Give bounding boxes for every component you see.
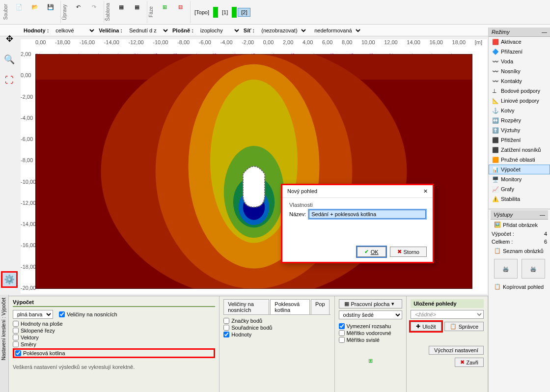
- new-view-dialog: Nový pohled ✕ Vlastnosti Název: ✔OK ✖Sto…: [281, 184, 434, 263]
- opt-label: Síť :: [244, 28, 254, 33]
- tab-0[interactable]: Veličiny na nosnících: [223, 299, 269, 314]
- phase-mark-icon: [213, 7, 218, 18]
- add-image-button[interactable]: 🖼️ Přidat obrázek: [491, 220, 548, 230]
- options-bar: Hodnoty : celkové Veličina : Sednutí d z…: [0, 25, 550, 36]
- mode-bodové podpory[interactable]: ⊥Bodové podpory: [489, 86, 550, 96]
- mesh-select[interactable]: (nezobrazovat): [257, 27, 307, 34]
- mode-grafy[interactable]: 📈Grafy: [489, 184, 550, 194]
- dialog-section-label: Vlastnosti: [289, 202, 426, 208]
- mode-stabilita[interactable]: ⚠️Stabilita: [489, 194, 550, 204]
- mode-přitížení[interactable]: ⬛Přitížení: [489, 135, 550, 145]
- status-note: Veškerá nastavení výsledků se vykreslují…: [13, 364, 215, 370]
- mode-zatížení nosníků[interactable]: ⬛Zatížení nosníků: [489, 145, 550, 155]
- values-select[interactable]: celkové: [52, 27, 96, 34]
- tabs-panel: Veličiny na nosnícíchPoklesová kotlinaPo…: [220, 296, 334, 392]
- fill-select[interactable]: plná barva: [13, 310, 53, 319]
- open-file-button[interactable]: 📂: [28, 2, 42, 22]
- modes-header: Režimy—: [489, 28, 550, 37]
- defaults-button[interactable]: Výchozí nastavení: [429, 346, 484, 355]
- template1-button[interactable]: ▦: [114, 2, 129, 22]
- side-tab[interactable]: Nastavení kreslení : Výpočet: [0, 295, 9, 392]
- move-tool[interactable]: ✥: [1, 30, 18, 47]
- mode-kontakty[interactable]: 〰️Kontakty: [489, 76, 550, 86]
- opt-label: Hodnoty :: [24, 28, 49, 33]
- add-phase-button[interactable]: ⊞: [157, 2, 172, 22]
- mode-nosníky[interactable]: 〰️Nosníky: [489, 66, 550, 76]
- settings-gear-button[interactable]: ⚙️: [1, 271, 18, 288]
- cancel-button[interactable]: ✖Storno: [390, 247, 427, 257]
- close-button[interactable]: ✖ Zavři: [455, 358, 484, 367]
- fit-tool[interactable]: ⛶: [1, 72, 18, 88]
- print-button[interactable]: 🖨️: [494, 259, 518, 279]
- surface-select[interactable]: izoplochy: [196, 27, 241, 34]
- zoom-tool[interactable]: 🔍: [1, 51, 18, 68]
- opt-label: Plošně :: [172, 28, 193, 33]
- mode-výpočet[interactable]: 📊Výpočet: [489, 165, 550, 174]
- group-label: Šablona: [104, 3, 111, 21]
- chk-1[interactable]: Sklopené řezy: [13, 328, 215, 334]
- group-label: Fáze: [147, 6, 155, 17]
- chk-2[interactable]: Vektory: [13, 335, 215, 340]
- chk-nosniky[interactable]: Veličiny na nosnících: [59, 311, 117, 317]
- phase-1[interactable]: [1]: [219, 8, 231, 16]
- main-toolbar: Soubor 📄 📂 💾 Úpravy ↶ ↷ Šablona ▦ ▦ Fáze…: [0, 0, 550, 25]
- ok-button[interactable]: ✔OK: [357, 247, 386, 257]
- mode-aktivace[interactable]: 🟥Aktivace: [489, 37, 550, 47]
- remove-phase-button[interactable]: ⊟: [173, 2, 188, 22]
- mode-rozpěry[interactable]: ↔️Rozpěry: [489, 115, 550, 125]
- name-label: Název:: [289, 211, 306, 217]
- dialog-title: Nový pohled: [287, 188, 317, 195]
- saved-views-header: Uložené pohledy: [411, 299, 484, 308]
- phase-mark-icon: [232, 7, 237, 18]
- redo-button[interactable]: ↷: [86, 2, 101, 22]
- view-name-input[interactable]: [309, 210, 426, 219]
- opt-label: Veličina :: [99, 28, 122, 33]
- plus-icon[interactable]: ⊞: [339, 358, 403, 364]
- horizontal-ruler: 0,00-18,00-16,00-14,00-12,00-10,00-8,00-…: [30, 39, 487, 48]
- left-tools: ✥ 🔍 ⛶: [1, 28, 20, 88]
- save-view-button[interactable]: ✚ Uložit: [411, 322, 441, 331]
- print-all-button[interactable]: 🖨️: [522, 259, 545, 279]
- workspace-panel: ▦ Pracovní plocha ▾ odstíny šedé Vymezen…: [335, 296, 407, 392]
- deform-select[interactable]: nedeformovaná: [310, 27, 362, 34]
- modes-panel: Režimy— 🟥Aktivace🔷Přiřazení〰️Voda〰️Nosní…: [488, 28, 550, 392]
- chk-4[interactable]: Poklesová kotlina: [13, 348, 215, 358]
- shade-select[interactable]: odstíny šedé: [339, 310, 403, 319]
- mode-liniové podpory[interactable]: 📐Liniové podpory: [489, 96, 550, 106]
- vertical-ruler: 2,000,00-2,00-4,00-6,00-8,00-10,00-12,00…: [21, 48, 30, 294]
- group-label: Úpravy: [61, 4, 68, 20]
- save-file-button[interactable]: 💾: [43, 2, 58, 22]
- mode-přiřazení[interactable]: 🔷Přiřazení: [489, 47, 550, 56]
- mode-kotvy[interactable]: ⚓Kotvy: [489, 106, 550, 115]
- group-label: Soubor: [2, 4, 9, 20]
- new-file-button[interactable]: 📄: [12, 2, 27, 22]
- bottom-panels: Výpočet plná barva Veličiny na nosnících…: [9, 296, 488, 392]
- saved-views-select[interactable]: <žádné>: [411, 310, 484, 319]
- quantity-select[interactable]: Sednutí d z: [125, 27, 169, 34]
- panel-title: Výpočet: [13, 299, 215, 307]
- copy-view-button[interactable]: 📋 Kopírovat pohled: [491, 281, 548, 292]
- template2-button[interactable]: ▦: [130, 2, 144, 22]
- close-icon[interactable]: ✕: [423, 188, 428, 195]
- image-list-button[interactable]: 📋 Seznam obrázků: [491, 246, 548, 256]
- phase-2[interactable]: [2]: [238, 8, 250, 17]
- mode-voda[interactable]: 〰️Voda: [489, 56, 550, 66]
- undo-button[interactable]: ↶: [71, 2, 85, 22]
- tab-2[interactable]: Pop: [311, 299, 330, 314]
- minimize-icon[interactable]: —: [542, 29, 547, 35]
- workspace-select[interactable]: ▦ Pracovní plocha ▾: [339, 299, 403, 308]
- saved-views-panel: Uložené pohledy <žádné> ✚ Uložit 📋 Správ…: [407, 296, 488, 392]
- mode-monitory[interactable]: 🖥️Monitory: [489, 174, 550, 184]
- mode-výztuhy[interactable]: ⬆️Výztuhy: [489, 125, 550, 135]
- tab-1[interactable]: Poklesová kotlina: [270, 299, 310, 314]
- outputs-header: Výstupy: [494, 212, 513, 218]
- mode-pružné oblasti[interactable]: 🟧Pružné oblasti: [489, 155, 550, 165]
- chk-3[interactable]: Směry: [13, 341, 215, 347]
- phase-topo[interactable]: [Topo]: [192, 8, 212, 16]
- manager-button[interactable]: 📋 Správce: [444, 322, 484, 331]
- vypocet-panel: Výpočet plná barva Veličiny na nosnících…: [9, 296, 220, 392]
- chk-0[interactable]: Hodnoty na ploše: [13, 321, 215, 327]
- minimize-icon[interactable]: —: [540, 212, 545, 218]
